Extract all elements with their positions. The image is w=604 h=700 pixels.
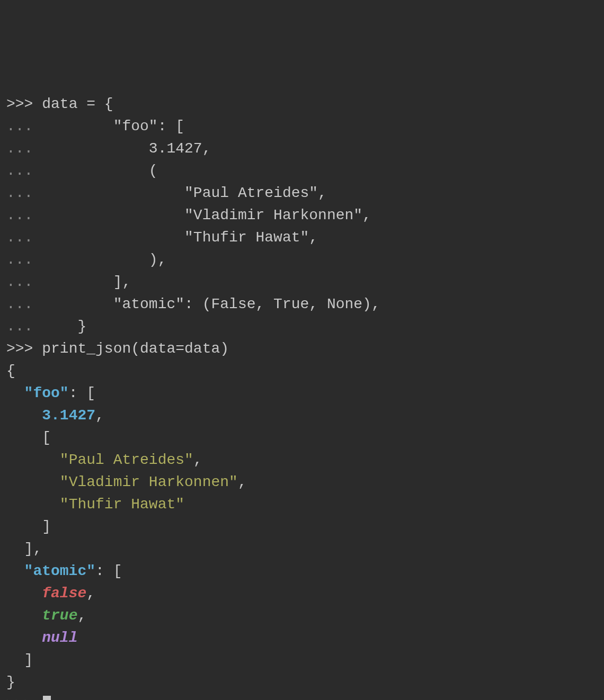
code-line: "foo": [ bbox=[42, 118, 184, 134]
continuation-prompt: ... bbox=[6, 252, 42, 268]
json-brace: } bbox=[6, 674, 15, 690]
code-line: 3.1427, bbox=[42, 140, 211, 157]
json-bracket: [ bbox=[42, 429, 51, 446]
code-line: "atomic": (False, True, None), bbox=[42, 296, 380, 312]
continuation-prompt: ... bbox=[6, 140, 42, 157]
json-bracket: ] bbox=[42, 518, 51, 535]
code-line: "Thufir Hawat", bbox=[42, 229, 318, 246]
continuation-prompt: ... bbox=[6, 229, 42, 246]
terminal-output: >>> data = {... "foo": [... 3.1427,... (… bbox=[6, 93, 598, 700]
continuation-prompt: ... bbox=[6, 118, 42, 134]
continuation-prompt: ... bbox=[6, 296, 42, 312]
json-null: null bbox=[42, 630, 77, 646]
cursor[interactable] bbox=[43, 696, 51, 700]
json-number: 3.1427 bbox=[42, 407, 95, 424]
json-brace: { bbox=[6, 363, 15, 379]
primary-prompt: >>> bbox=[6, 340, 42, 357]
json-key: "atomic" bbox=[24, 563, 95, 579]
code-line: } bbox=[42, 318, 86, 335]
continuation-prompt: ... bbox=[6, 163, 42, 179]
code-line: data = { bbox=[42, 96, 113, 112]
code-line: ( bbox=[42, 163, 157, 179]
primary-prompt: >>> bbox=[6, 96, 42, 112]
json-true: true bbox=[42, 607, 77, 624]
code-line: "Vladimir Harkonnen", bbox=[42, 207, 371, 223]
json-false: false bbox=[42, 585, 86, 602]
code-line: "Paul Atreides", bbox=[42, 185, 327, 201]
continuation-prompt: ... bbox=[6, 318, 42, 335]
code-line: print_json(data=data) bbox=[42, 340, 229, 357]
json-string: "Thufir Hawat" bbox=[60, 496, 184, 513]
json-key: "foo" bbox=[24, 385, 69, 401]
continuation-prompt: ... bbox=[6, 185, 42, 201]
json-bracket: [ bbox=[86, 385, 95, 401]
json-bracket: ] bbox=[24, 541, 33, 557]
continuation-prompt: ... bbox=[6, 207, 42, 223]
json-bracket: ] bbox=[24, 652, 33, 668]
primary-prompt: >>> bbox=[6, 696, 42, 700]
json-string: "Vladimir Harkonnen" bbox=[60, 474, 238, 490]
json-bracket: [ bbox=[113, 563, 122, 579]
code-line: ), bbox=[42, 252, 166, 268]
code-line: ], bbox=[42, 274, 131, 290]
json-string: "Paul Atreides" bbox=[60, 452, 193, 468]
continuation-prompt: ... bbox=[6, 274, 42, 290]
